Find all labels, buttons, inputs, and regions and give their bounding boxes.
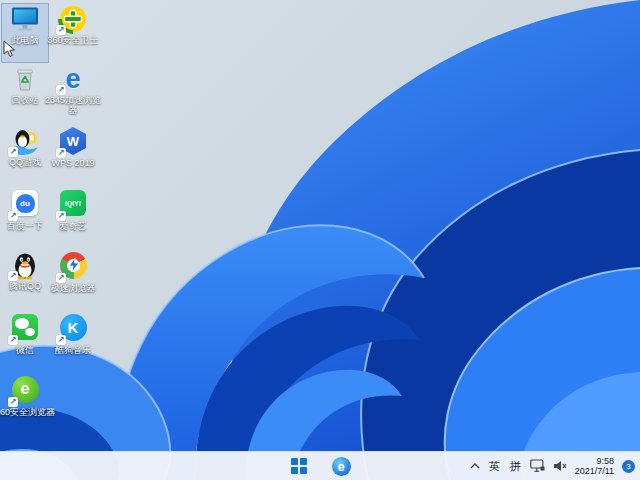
chrome-lightning-icon: ↗ <box>58 252 88 282</box>
iqiyi-icon: iQIYI ↗ <box>58 190 88 220</box>
icon-label: 360安全卫士 <box>42 35 104 45</box>
edge-browser-button[interactable]: e <box>328 454 354 478</box>
desktop-icon-speed-browser[interactable]: ↗ 极速浏览器 <box>50 250 96 308</box>
shortcut-arrow-icon: ↗ <box>8 335 18 345</box>
hidden-icons-chevron[interactable] <box>470 462 480 470</box>
shortcut-arrow-icon: ↗ <box>8 397 18 407</box>
baidu-paw-icon: du ↗ <box>10 190 40 220</box>
icon-label: 爱奇艺 <box>42 221 104 231</box>
clock-time: 9:58 <box>575 456 614 466</box>
shortcut-arrow-icon: ↗ <box>56 211 66 221</box>
icon-label: 极速浏览器 <box>42 283 104 293</box>
icon-label: 酷狗音乐 <box>42 345 104 355</box>
shortcut-arrow-icon: ↗ <box>56 148 66 158</box>
icon-label: 360安全浏览器 <box>0 407 56 417</box>
desktop-icon-360-browser[interactable]: e ↗ 360安全浏览器 <box>2 374 48 432</box>
windows11-bloom-wallpaper <box>0 0 640 480</box>
clock[interactable]: 9:58 2021/7/11 <box>575 456 614 476</box>
icon-label: 2345加速浏览器 <box>42 95 104 115</box>
shortcut-arrow-icon: ↗ <box>56 335 66 345</box>
clock-date: 2021/7/11 <box>575 466 614 476</box>
start-button[interactable] <box>286 454 312 478</box>
desktop-icon-wechat[interactable]: ↗ 微信 <box>2 312 48 370</box>
desktop-icon-iqiyi[interactable]: iQIYI ↗ 爱奇艺 <box>50 188 96 246</box>
icon-label: WPS 2019 <box>42 158 104 168</box>
qq-penguin-icon: ↗ <box>10 250 40 280</box>
shield-plus-icon: ↗ <box>58 4 88 34</box>
edge-icon: e <box>332 457 351 476</box>
wps-hexagon-icon: W ↗ <box>58 127 88 157</box>
recycle-bin-icon <box>10 64 40 94</box>
taskbar: e 英 拼 9:58 2021/7/11 <box>0 451 640 480</box>
blue-e-browser-icon: e ↗ <box>58 64 88 94</box>
desktop-icon-kugou-music[interactable]: K ↗ 酷狗音乐 <box>50 312 96 370</box>
penguin-surf-icon: ↗ <box>10 126 40 156</box>
shortcut-arrow-icon: ↗ <box>56 25 66 35</box>
volume-muted-icon[interactable] <box>553 460 567 472</box>
green-e-browser-icon: e ↗ <box>10 376 40 406</box>
desktop-icon-2345-browser[interactable]: e ↗ 2345加速浏览器 <box>50 64 96 122</box>
desktop-icon-360-safety-guard[interactable]: ↗ 360安全卫士 <box>50 4 96 62</box>
shortcut-arrow-icon: ↗ <box>8 147 18 157</box>
windows-logo-icon <box>291 458 307 474</box>
shortcut-arrow-icon: ↗ <box>8 211 18 221</box>
mouse-cursor <box>3 40 16 59</box>
shortcut-arrow-icon: ↗ <box>56 273 66 283</box>
shortcut-arrow-icon: ↗ <box>8 271 18 281</box>
system-tray: 英 拼 9:58 2021/7/11 3 <box>470 452 635 480</box>
desktop-icon-tencent-qq[interactable]: ↗ 腾讯QQ <box>2 250 48 308</box>
this-pc-icon <box>10 4 40 34</box>
desktop-icon-qq-games[interactable]: ↗ QQ游戏 <box>2 126 48 184</box>
desktop-icon-baidu[interactable]: du ↗ 百度一下 <box>2 188 48 246</box>
wechat-bubbles-icon: ↗ <box>10 314 40 344</box>
notification-badge[interactable]: 3 <box>622 460 635 473</box>
kugou-k-icon: K ↗ <box>58 314 88 344</box>
desktop[interactable]: 此电脑 ↗ 360安全卫士 回收站 e <box>0 0 640 480</box>
ime-indicator-pinyin[interactable]: 拼 <box>509 459 522 474</box>
language-indicator-en[interactable]: 英 <box>488 459 501 474</box>
shortcut-arrow-icon: ↗ <box>56 85 66 95</box>
desktop-icon-wps-2019[interactable]: W ↗ WPS 2019 <box>50 126 96 184</box>
network-icon[interactable] <box>530 459 545 473</box>
